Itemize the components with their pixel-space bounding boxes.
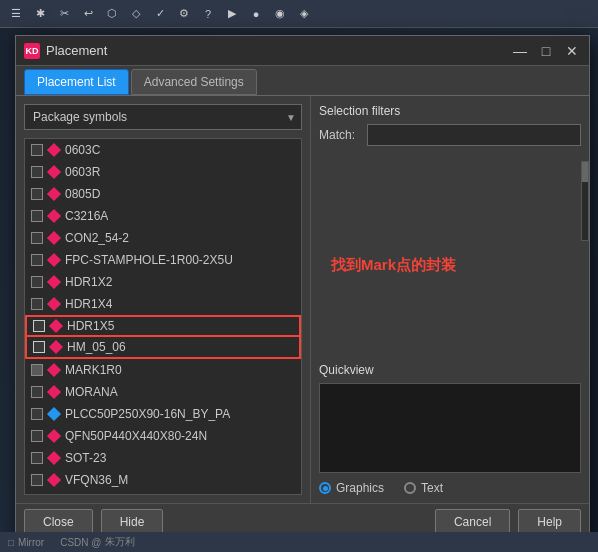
item-checkbox-0805D[interactable] (31, 188, 43, 200)
item-checkbox-MORANA[interactable] (31, 386, 43, 398)
quickview-title: Quickview (319, 363, 581, 377)
placement-dialog: KD Placement — □ ✕ Placement List Advanc… (15, 35, 590, 540)
item-label-C3216A: C3216A (65, 209, 108, 223)
item-checkbox-QFN[interactable] (31, 430, 43, 442)
list-item[interactable]: MORANA (25, 381, 301, 403)
maximize-button[interactable]: □ (537, 42, 555, 60)
status-user: CSDN @ 朱万利 (60, 535, 135, 549)
footer-left: Close Hide (24, 509, 163, 535)
toolbar-icon-check[interactable]: ✓ (150, 4, 170, 24)
match-input[interactable] (367, 124, 581, 146)
username: 朱万利 (105, 535, 135, 549)
package-dropdown-wrapper: Package symbols Schematic symbols All sy… (24, 104, 302, 130)
tab-placement-list[interactable]: Placement List (24, 69, 129, 95)
list-item[interactable]: XTAL (25, 491, 301, 495)
item-checkbox-0603R[interactable] (31, 166, 43, 178)
toolbar-icon-gear[interactable]: ⚙ (174, 4, 194, 24)
list-item[interactable]: FPC-STAMPHOLE-1R00-2X5U (25, 249, 301, 271)
list-item[interactable]: MARK1R0 (25, 359, 301, 381)
toolbar-icon-cut[interactable]: ✂ (54, 4, 74, 24)
minimize-button[interactable]: — (511, 42, 529, 60)
item-diamond-PLCC (47, 407, 61, 421)
item-diamond-VFQN (47, 473, 61, 487)
tab-advanced-settings[interactable]: Advanced Settings (131, 69, 257, 95)
list-item-highlighted-HDR1X5[interactable]: HDR1X5 (25, 315, 301, 337)
toolbar-icon-star[interactable]: ✱ (30, 4, 50, 24)
item-checkbox-HDR1X2[interactable] (31, 276, 43, 288)
item-diamond-FPC (47, 253, 61, 267)
radio-text-label: Text (421, 481, 443, 495)
list-item[interactable]: CON2_54-2 (25, 227, 301, 249)
dialog-logo: KD (24, 43, 40, 59)
item-checkbox-CON2[interactable] (31, 232, 43, 244)
item-diamond-0603R (47, 165, 61, 179)
radio-row: Graphics Text (319, 481, 581, 495)
left-panel: Package symbols Schematic symbols All sy… (16, 96, 311, 503)
radio-graphics-circle[interactable] (319, 482, 331, 494)
package-dropdown[interactable]: Package symbols Schematic symbols All sy… (24, 104, 302, 130)
right-scrollbar[interactable] (581, 161, 589, 241)
toolbar-icon-circle[interactable]: ● (246, 4, 266, 24)
radio-graphics[interactable]: Graphics (319, 481, 384, 495)
item-checkbox-0603C[interactable] (31, 144, 43, 156)
package-list[interactable]: 0603C 0603R 0805D C3216A (24, 138, 302, 495)
toolbar-icon-hex[interactable]: ⬡ (102, 4, 122, 24)
list-item[interactable]: 0603C (25, 139, 301, 161)
item-diamond-SOT23 (47, 451, 61, 465)
item-label-0805D: 0805D (65, 187, 100, 201)
dialog-title: Placement (46, 43, 107, 58)
toolbar-icon-diamond2[interactable]: ◈ (294, 4, 314, 24)
hide-button[interactable]: Hide (101, 509, 164, 535)
toolbar-icon-play[interactable]: ▶ (222, 4, 242, 24)
list-item[interactable]: QFN50P440X440X80-24N (25, 425, 301, 447)
item-checkbox-FPC[interactable] (31, 254, 43, 266)
help-button[interactable]: Help (518, 509, 581, 535)
item-label-HDR1X5: HDR1X5 (67, 319, 114, 333)
item-label-0603C: 0603C (65, 143, 100, 157)
toolbar-icon-undo[interactable]: ↩ (78, 4, 98, 24)
item-diamond-HDR1X5 (49, 319, 63, 333)
list-item[interactable]: VFQN36_M (25, 469, 301, 491)
item-checkbox-HM[interactable] (33, 341, 45, 353)
user-label: CSDN @ (60, 537, 101, 548)
item-checkbox-VFQN[interactable] (31, 474, 43, 486)
item-checkbox-HDR1X5[interactable] (33, 320, 45, 332)
toolbar-icon-radio[interactable]: ◉ (270, 4, 290, 24)
close-button[interactable]: ✕ (563, 42, 581, 60)
item-diamond-C3216A (47, 209, 61, 223)
selection-filters-section: Selection filters Match: (319, 104, 581, 152)
scrollbar-thumb[interactable] (582, 162, 588, 182)
radio-text-circle[interactable] (404, 482, 416, 494)
list-item[interactable]: SOT-23 (25, 447, 301, 469)
cancel-button[interactable]: Cancel (435, 509, 510, 535)
footer-right: Cancel Help (435, 509, 581, 535)
dialog-controls: — □ ✕ (511, 42, 581, 60)
toolbar-icon-help[interactable]: ? (198, 4, 218, 24)
item-label-VFQN: VFQN36_M (65, 473, 128, 487)
list-item[interactable]: HDR1X2 (25, 271, 301, 293)
radio-text[interactable]: Text (404, 481, 443, 495)
status-bar: □ Mirror CSDN @ 朱万利 (0, 532, 598, 552)
top-toolbar: ☰ ✱ ✂ ↩ ⬡ ◇ ✓ ⚙ ? ▶ ● ◉ ◈ (0, 0, 598, 28)
item-checkbox-HDR1X4[interactable] (31, 298, 43, 310)
item-checkbox-C3216A[interactable] (31, 210, 43, 222)
filter-row: Match: (319, 124, 581, 146)
list-item[interactable]: PLCC50P250X90-16N_BY_PA (25, 403, 301, 425)
item-checkbox-MARK1R0[interactable] (31, 364, 43, 376)
list-item-highlighted-HM[interactable]: HM_05_06 (25, 337, 301, 359)
list-item[interactable]: HDR1X4 (25, 293, 301, 315)
dialog-titlebar: KD Placement — □ ✕ (16, 36, 589, 66)
close-button[interactable]: Close (24, 509, 93, 535)
item-diamond-HM (49, 340, 63, 354)
item-checkbox-SOT23[interactable] (31, 452, 43, 464)
list-item[interactable]: 0805D (25, 183, 301, 205)
item-diamond-0603C (47, 143, 61, 157)
toolbar-icon-diamond[interactable]: ◇ (126, 4, 146, 24)
item-diamond-QFN (47, 429, 61, 443)
mirror-checkbox[interactable]: □ (8, 537, 14, 548)
dialog-content: Package symbols Schematic symbols All sy… (16, 96, 589, 503)
list-item[interactable]: 0603R (25, 161, 301, 183)
item-checkbox-PLCC[interactable] (31, 408, 43, 420)
toolbar-icon-menu[interactable]: ☰ (6, 4, 26, 24)
list-item[interactable]: C3216A (25, 205, 301, 227)
